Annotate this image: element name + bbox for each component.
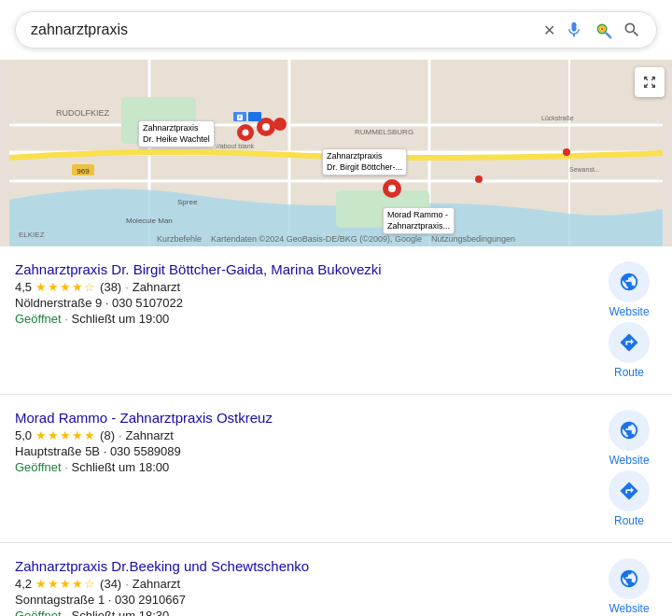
result-hours-1: Geöffnet · Schließt um 19:00 bbox=[15, 312, 594, 326]
map-terms: Nutzungsbedingungen bbox=[431, 234, 515, 244]
map-expand-button[interactable] bbox=[635, 67, 665, 97]
result-category-3: Zahnarzt bbox=[133, 577, 180, 591]
svg-text:969: 969 bbox=[77, 167, 90, 175]
map-footer: Kurzbefehle Kartendaten ©2024 GeoBasis-D… bbox=[157, 234, 515, 244]
website-icon-1 bbox=[609, 261, 650, 302]
website-label-2: Website bbox=[609, 454, 649, 467]
expand-icon bbox=[642, 75, 657, 90]
svg-point-26 bbox=[262, 123, 270, 131]
svg-text:://about blank: ://about blank bbox=[215, 143, 255, 149]
map-label-boettcher[interactable]: ZahnarztpraxisDr. Birgit Böttcher-... bbox=[322, 148, 407, 175]
website-icon-2 bbox=[609, 410, 650, 451]
search-button[interactable] bbox=[623, 21, 641, 39]
website-label-3: Website bbox=[609, 602, 649, 615]
svg-point-29 bbox=[388, 185, 396, 192]
svg-text:RUMMELSBURG: RUMMELSBURG bbox=[355, 128, 413, 136]
search-icon bbox=[623, 21, 641, 39]
map-label-wachtel[interactable]: ZahnarztpraxisDr. Heike Wachtel bbox=[138, 120, 215, 147]
result-category-1: Zahnarzt bbox=[133, 280, 180, 294]
svg-text:🅿: 🅿 bbox=[237, 114, 243, 120]
result-hours-3: Geöffnet · Schließt um 18:30 bbox=[15, 609, 594, 616]
website-icon-3 bbox=[609, 558, 650, 599]
result-info-3: Zahnarztpraxis Dr.Beeking und Schewtsche… bbox=[15, 558, 594, 616]
results-list: Zahnarztpraxis Dr. Birgit Böttcher-Gaida… bbox=[0, 246, 672, 616]
route-button-2[interactable]: Route bbox=[601, 470, 657, 527]
route-icon-1 bbox=[609, 322, 650, 363]
result-rating-3: 4,2 bbox=[15, 577, 32, 591]
result-actions-3: Website Route bbox=[601, 558, 657, 616]
result-address-2: Hauptstraße 5B · 030 5589089 bbox=[15, 444, 594, 458]
mic-button[interactable] bbox=[565, 21, 583, 39]
search-bar: ✕ bbox=[15, 11, 657, 49]
svg-text:Spree: Spree bbox=[177, 198, 198, 206]
svg-text:RUDOLFKIEZ: RUDOLFKIEZ bbox=[56, 108, 110, 118]
result-rating-row-2: 5,0 ★★★★★ (8) · Zahnarzt bbox=[15, 428, 594, 442]
result-name-1[interactable]: Zahnarztpraxis Dr. Birgit Böttcher-Gaida… bbox=[15, 261, 594, 277]
website-button-1[interactable]: Website bbox=[601, 261, 657, 318]
clear-button[interactable]: ✕ bbox=[543, 21, 555, 39]
result-stars-3: ★★★★☆ bbox=[35, 577, 96, 591]
result-item-2: Morad Rammo - Zahnarztpraxis Ostkreuz 5,… bbox=[0, 395, 672, 543]
result-hours-2: Geöffnet · Schließt um 18:00 bbox=[15, 460, 594, 474]
result-count-3: (34) bbox=[100, 577, 121, 591]
route-icon-2 bbox=[609, 470, 650, 511]
result-count-2: (8) bbox=[100, 428, 115, 442]
route-label-2: Route bbox=[614, 514, 644, 527]
result-rating-row-3: 4,2 ★★★★☆ (34) · Zahnarzt bbox=[15, 577, 594, 591]
result-item-3: Zahnarztpraxis Dr.Beeking und Schewtsche… bbox=[0, 543, 672, 616]
result-count-1: (38) bbox=[100, 280, 121, 294]
result-info-2: Morad Rammo - Zahnarztpraxis Ostkreuz 5,… bbox=[15, 410, 594, 474]
result-actions-2: Website Route bbox=[601, 410, 657, 527]
route-button-1[interactable]: Route bbox=[601, 322, 657, 379]
website-button-3[interactable]: Website bbox=[601, 558, 657, 615]
result-rating-row-1: 4,5 ★★★★☆ (38) · Zahnarzt bbox=[15, 280, 594, 294]
svg-rect-40 bbox=[248, 112, 261, 121]
map-shortcuts: Kurzbefehle bbox=[157, 234, 202, 244]
svg-text:Molecule Man: Molecule Man bbox=[126, 217, 173, 225]
svg-point-2 bbox=[601, 28, 604, 31]
lens-button[interactable] bbox=[593, 20, 613, 40]
result-rating-1: 4,5 bbox=[15, 280, 32, 294]
map-copyright: Kartendaten ©2024 GeoBasis-DE/BKG (©2009… bbox=[211, 234, 422, 244]
result-info-1: Zahnarztpraxis Dr. Birgit Böttcher-Gaida… bbox=[15, 261, 594, 326]
search-input[interactable] bbox=[31, 21, 534, 38]
mic-icon bbox=[565, 21, 583, 39]
result-item-1: Zahnarztpraxis Dr. Birgit Böttcher-Gaida… bbox=[0, 246, 672, 395]
svg-point-33 bbox=[243, 130, 249, 136]
route-label-1: Route bbox=[614, 366, 644, 379]
lens-icon bbox=[593, 20, 613, 40]
result-stars-2: ★★★★★ bbox=[35, 428, 96, 442]
svg-text:ELKIEZ: ELKIEZ bbox=[19, 231, 45, 239]
result-category-2: Zahnarzt bbox=[126, 428, 174, 442]
website-button-2[interactable]: Website bbox=[601, 410, 657, 467]
result-name-2[interactable]: Morad Rammo - Zahnarztpraxis Ostkreuz bbox=[15, 410, 594, 426]
clear-icon: ✕ bbox=[543, 21, 555, 39]
website-label-1: Website bbox=[609, 305, 649, 318]
svg-point-36 bbox=[475, 175, 483, 183]
result-actions-1: Website Route bbox=[601, 261, 657, 379]
svg-point-35 bbox=[563, 148, 570, 156]
result-stars-1: ★★★★☆ bbox=[35, 280, 96, 294]
svg-line-3 bbox=[607, 34, 611, 38]
map-label-rammo[interactable]: Morad Rammo -Zahnarztpraxis... bbox=[383, 207, 455, 234]
result-rating-2: 5,0 bbox=[15, 428, 32, 442]
map-container[interactable]: RUDOLFKIEZ RUMMELSBURG ELKIEZ Spree Mole… bbox=[0, 60, 672, 246]
svg-text:Sewanst...: Sewanst... bbox=[569, 166, 600, 173]
svg-text:Lückstraße: Lückstraße bbox=[541, 115, 574, 121]
svg-point-30 bbox=[273, 118, 287, 131]
result-name-3[interactable]: Zahnarztpraxis Dr.Beeking und Schewtsche… bbox=[15, 558, 594, 574]
result-address-1: Nöldnerstraße 9 · 030 5107022 bbox=[15, 296, 594, 310]
result-address-3: Sonntagstraße 1 · 030 2910667 bbox=[15, 593, 594, 607]
